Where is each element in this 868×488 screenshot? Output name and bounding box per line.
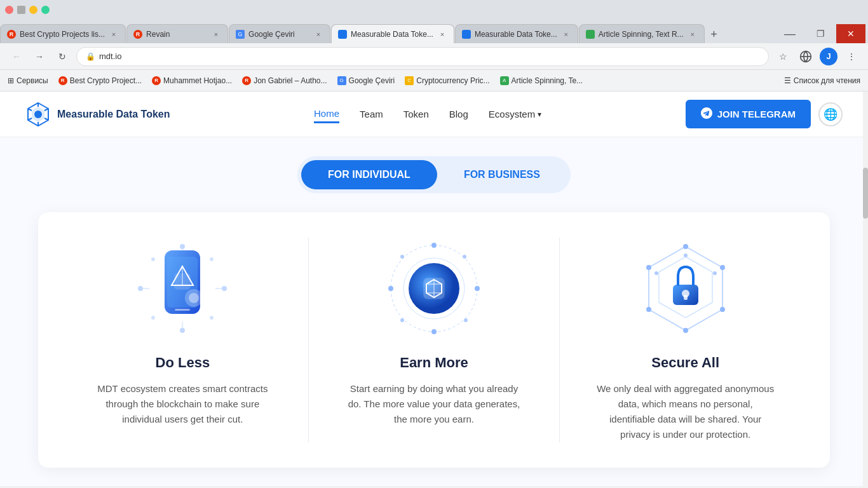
bookmark-jon[interactable]: R Jon Gabriel – Autho... — [242, 76, 327, 85]
tab-close-4[interactable]: × — [437, 29, 447, 39]
chevron-down-icon: ▾ — [538, 110, 541, 119]
bookmark-favicon-jon: R — [242, 76, 251, 85]
tab-4[interactable]: Measurable Data Toke... × — [331, 24, 454, 43]
tab-close-5[interactable]: × — [561, 29, 571, 39]
nav-token[interactable]: Token — [403, 106, 429, 122]
card-title-secure-all: Secure All — [651, 355, 719, 371]
bookmark-label-jon: Jon Gabriel – Autho... — [254, 76, 327, 85]
card-do-less: Do Less MDT ecosystem creates smart cont… — [57, 238, 309, 442]
navbar-right: JOIN TELEGRAM 🌐 — [686, 100, 843, 128]
tab-label-1: Best Crypto Projects lis... — [20, 30, 105, 39]
window-restore-button[interactable] — [17, 6, 25, 14]
tab-favicon-6 — [586, 30, 595, 39]
phone-illustration — [132, 238, 233, 339]
language-button[interactable]: 🌐 — [818, 102, 843, 126]
bookmark-muhammet[interactable]: R Muhammet Hotjao... — [152, 76, 232, 85]
bookmark-label-article: Article Spinning, Te... — [512, 76, 583, 85]
svg-point-57 — [646, 307, 651, 312]
window-minimize-chrome[interactable]: — — [775, 24, 804, 43]
bookmark-favicon-google: G — [337, 76, 346, 85]
svg-point-11 — [180, 244, 185, 249]
bookmark-article[interactable]: A Article Spinning, Te... — [500, 76, 583, 85]
back-button[interactable]: ← — [8, 48, 25, 65]
profile-button[interactable]: J — [820, 48, 837, 65]
tabs-bar: R Best Crypto Projects lis... × R Revain… — [0, 19, 868, 43]
tab-label-4: Measurable Data Toke... — [351, 30, 433, 39]
svg-point-56 — [683, 328, 688, 333]
bookmark-label-google: Google Çeviri — [349, 76, 395, 85]
main-content: FOR INDIVIDUAL FOR BUSINESS — [0, 137, 868, 487]
do-less-icon-area — [132, 238, 233, 339]
nav-ecosystem[interactable]: Ecosystem ▾ — [489, 106, 541, 122]
svg-point-12 — [180, 328, 185, 333]
browser-window: R Best Crypto Projects lis... × R Revain… — [0, 0, 868, 488]
scrollbar-thumb[interactable] — [863, 168, 868, 219]
bookmark-crypto[interactable]: R Best Crypto Project... — [58, 76, 142, 85]
new-tab-button[interactable]: + — [705, 25, 723, 43]
scrollbar[interactable] — [863, 92, 868, 488]
tab-favicon-3: G — [236, 30, 245, 39]
lock-icon: 🔒 — [86, 52, 95, 61]
tab-label-6: Article Spinning, Text R... — [599, 30, 684, 39]
svg-point-18 — [210, 316, 214, 320]
forward-button[interactable]: → — [31, 48, 48, 65]
url-bar[interactable]: 🔒 mdt.io — [76, 47, 769, 66]
address-bar: ← → ↻ 🔒 mdt.io ☆ J ⋮ — [0, 43, 868, 70]
tab-favicon-2: R — [133, 30, 142, 39]
tab-close-6[interactable]: × — [688, 29, 698, 39]
tab-close-1[interactable]: × — [109, 29, 119, 39]
tab-1[interactable]: R Best Crypto Projects lis... × — [0, 24, 126, 43]
svg-point-36 — [388, 286, 393, 291]
window-close-button[interactable] — [5, 6, 13, 14]
svg-point-30 — [189, 293, 199, 303]
card-earn-more: Earn More Start earning by doing what yo… — [309, 238, 560, 442]
svg-point-55 — [720, 307, 725, 312]
window-minimize-button[interactable] — [29, 6, 37, 14]
bookmark-services[interactable]: ⊞ Сервисы — [8, 76, 48, 85]
svg-point-40 — [400, 318, 404, 322]
globe-icon: 🌐 — [824, 107, 837, 121]
extensions-button[interactable]: ⋮ — [843, 48, 860, 65]
earn-more-icon-area — [383, 238, 485, 339]
card-desc-secure-all: We only deal with aggregated anonymous d… — [597, 381, 775, 442]
svg-point-58 — [646, 265, 651, 270]
tab-6[interactable]: Article Spinning, Text R... × — [579, 24, 705, 43]
secure-all-icon-area — [635, 238, 736, 339]
bookmark-favicon-article: A — [500, 76, 509, 85]
bookmark-crypto-price[interactable]: C Cryptocurrency Pric... — [405, 76, 489, 85]
nav-team[interactable]: Team — [360, 106, 383, 122]
bookmark-favicon-muhammet: R — [152, 76, 161, 85]
svg-rect-28 — [175, 274, 190, 289]
title-bar — [0, 0, 868, 19]
for-individual-button[interactable]: FOR INDIVIDUAL — [301, 160, 437, 189]
nav-home[interactable]: Home — [314, 105, 339, 123]
join-telegram-button[interactable]: JOIN TELEGRAM — [686, 100, 811, 128]
tab-2[interactable]: R Revain × — [126, 24, 228, 43]
tab-5[interactable]: Measurable Data Toke... × — [455, 24, 578, 43]
svg-point-17 — [151, 316, 155, 320]
window-maximize-button[interactable] — [41, 6, 50, 14]
tab-3[interactable]: G Google Çeviri × — [229, 24, 330, 43]
cards-container: Do Less MDT ecosystem creates smart cont… — [38, 212, 830, 468]
brand-logo-icon — [25, 102, 51, 127]
window-close-chrome[interactable]: ✕ — [836, 24, 865, 43]
page-content: Measurable Data Token Home Team Token Bl… — [0, 92, 868, 488]
bookmark-star[interactable]: ☆ — [774, 48, 792, 65]
window-restore-chrome[interactable]: ❐ — [806, 24, 835, 43]
grid-icon: ⊞ — [8, 76, 14, 85]
nav-blog[interactable]: Blog — [449, 106, 468, 122]
join-telegram-label: JOIN TELEGRAM — [717, 109, 796, 119]
reload-button[interactable]: ↻ — [53, 48, 71, 65]
nav-ecosystem-label: Ecosystem — [489, 109, 535, 119]
bookmark-label-muhammet: Muhammet Hotjao... — [163, 76, 232, 85]
svg-point-34 — [475, 286, 480, 291]
svg-rect-31 — [175, 309, 190, 311]
tab-close-3[interactable]: × — [313, 29, 323, 39]
secure-all-illustration — [635, 238, 736, 339]
for-business-button[interactable]: FOR BUSINESS — [437, 160, 567, 189]
tab-close-2[interactable]: × — [211, 29, 221, 39]
brand-name: Measurable Data Token — [57, 109, 170, 120]
bookmark-reading-list[interactable]: ☰ Список для чтения — [784, 76, 860, 85]
bookmark-google[interactable]: G Google Çeviri — [337, 76, 395, 85]
translate-button[interactable] — [797, 48, 815, 65]
